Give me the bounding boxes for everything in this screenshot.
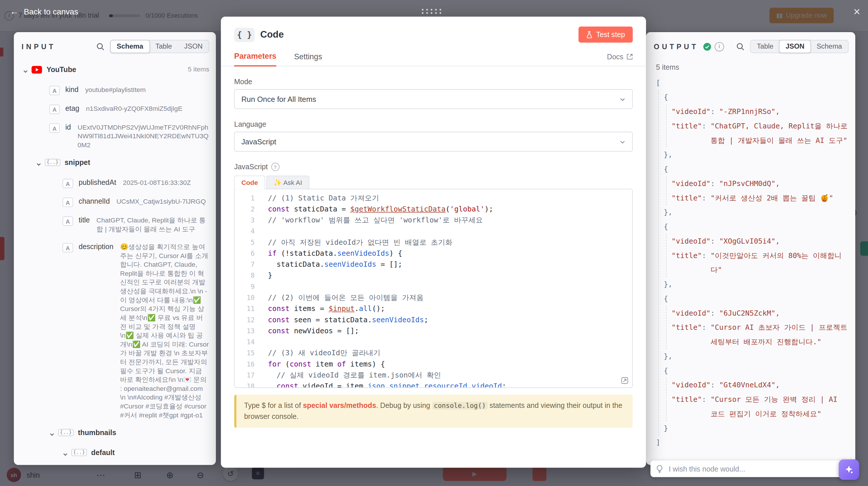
json-line[interactable]: "videoId": "6JuC2N5ZckM",	[672, 306, 848, 321]
schema-node-snippet[interactable]: {..}snippet	[14, 154, 216, 174]
code-node-icon: { }	[234, 28, 255, 42]
field-key: kind	[65, 85, 79, 94]
node-label: thumbnails	[78, 428, 116, 437]
test-step-button[interactable]: Test step	[578, 27, 633, 42]
wish-bar	[650, 460, 846, 477]
mode-select[interactable]: Run Once for All Items	[234, 89, 633, 109]
code-line[interactable]: staticData.seenVideoIds = [];	[268, 259, 632, 270]
sparkle-icon	[844, 465, 854, 475]
schema-field-id[interactable]: AidUExtV0JTMDhPS2VjWUJmeTF2V0RhNFphNW9lT…	[14, 118, 216, 154]
wish-input[interactable]	[668, 464, 841, 474]
code-content[interactable]: // (1) Static Data 가져오기const staticData …	[261, 189, 632, 387]
object-icon: {..}	[58, 429, 73, 436]
schema-field-url[interactable]: Aurlhttps://i.ytimg.com/vi/-ZRP1nnjRSo/d…	[14, 464, 216, 465]
type-badge: A	[62, 198, 73, 207]
node-title: Code	[260, 29, 283, 40]
code-line[interactable]	[268, 226, 632, 237]
code-line[interactable]: }	[268, 270, 632, 281]
field-value: n1SxdivaR0-yZQ0FX8miZ5djIgE	[86, 104, 209, 113]
output-tab-table[interactable]: Table	[751, 40, 779, 53]
chevron-down-icon[interactable]	[36, 159, 41, 169]
ai-assistant-button[interactable]	[839, 459, 859, 480]
field-key: etag	[65, 104, 79, 113]
output-search-icon[interactable]	[736, 42, 745, 51]
output-panel: OUTPUT i Table JSON Schema 5 items [{"vi…	[646, 32, 855, 465]
schema-field-channelId[interactable]: AchannelIdUCsMX_Catjw1siybU-7lJRGQ	[14, 193, 216, 212]
json-line[interactable]: "title": "Cursor 모든 기능 완벽 정리 | AI 코드 편집기…	[672, 393, 848, 421]
output-tab-json[interactable]: JSON	[779, 40, 811, 53]
schema-field-kind[interactable]: Akindyoutube#playlistItem	[14, 81, 216, 99]
chevron-down-icon[interactable]	[23, 67, 28, 76]
code-line[interactable]: // (2) 이번에 들어온 모든 아이템을 가져옴	[268, 292, 632, 303]
schema-field-etag[interactable]: Aetagn1SxdivaR0-yZQ0FX8miZ5djIgE	[14, 99, 216, 118]
json-line[interactable]: "title": "ChatGPT, Claude, Replit을 하나로 통…	[672, 119, 848, 148]
code-line[interactable]: // 'workflow' 범위를 쓰고 싶다면 'workflow'로 바꾸세…	[268, 215, 632, 226]
field-value: 2025-01-08T16:33:30Z	[123, 178, 210, 187]
node-label: snippet	[64, 158, 90, 167]
json-line[interactable]: "title": "커서로 생산성 2배 뽑는 꿀팁 🍯"	[672, 191, 848, 205]
output-tab-schema[interactable]: Schema	[810, 40, 848, 53]
input-tab-json[interactable]: JSON	[178, 40, 209, 53]
code-editor[interactable]: 123456789101112131415161718 // (1) Stati…	[234, 189, 633, 388]
code-line[interactable]	[268, 336, 632, 348]
docs-link[interactable]: Docs	[607, 53, 633, 66]
code-line[interactable]: // (1) Static Data 가져오기	[268, 193, 632, 204]
special-vars-link[interactable]: special vars/methods	[303, 401, 376, 410]
drag-handle[interactable]	[422, 9, 443, 14]
schema-node-default[interactable]: {..}default	[14, 444, 216, 464]
code-line[interactable]: const staticData = $getWorkflowStaticDat…	[268, 204, 632, 215]
code-line[interactable]: const seen = staticData.seenVideoIds;	[268, 315, 632, 325]
schema-node-youtube[interactable]: YouTube5 items	[14, 61, 216, 81]
tab-parameters[interactable]: Parameters	[234, 52, 276, 67]
schema-field-publishedAt[interactable]: ApublishedAt2025-01-08T16:33:30Z	[14, 174, 216, 193]
code-line[interactable]	[268, 281, 632, 292]
type-badge: A	[49, 105, 60, 114]
close-icon[interactable]: ×	[854, 5, 860, 17]
chevron-down-icon[interactable]	[49, 430, 55, 440]
code-line[interactable]: if (!staticData.seenVideoIds) {	[268, 248, 632, 259]
output-view-tabs: Table JSON Schema	[750, 40, 848, 53]
language-select[interactable]: JavaScript	[234, 132, 633, 152]
json-line[interactable]: "videoId": "Gt40VneLdX4",	[672, 378, 848, 393]
input-tab-table[interactable]: Table	[149, 40, 178, 53]
item-count: 5 items	[188, 65, 209, 73]
expand-editor-icon[interactable]	[621, 377, 628, 384]
back-to-canvas-button[interactable]: ← Back to canvas	[10, 7, 78, 17]
help-icon[interactable]: ?	[271, 163, 279, 171]
language-label: Language	[234, 120, 633, 128]
code-line[interactable]: for (const item of items) {	[268, 359, 632, 370]
flask-icon	[586, 31, 592, 38]
field-key: id	[65, 123, 71, 132]
field-value: youtube#playlistItem	[85, 85, 209, 94]
schema-field-description[interactable]: Adescription😊생상성을 획기적으로 높여 주는 신무기, Curso…	[14, 238, 216, 424]
object-icon: {..}	[71, 449, 87, 456]
node-label: YouTube	[46, 65, 76, 74]
json-line[interactable]: "videoId": "-ZRP1nnjRSo",	[672, 105, 848, 119]
json-line[interactable]: "title": "Cursor AI 초보자 가이드 | 프로젝트 세팅부터 …	[672, 321, 848, 349]
search-icon[interactable]	[96, 42, 105, 51]
json-line[interactable]: "videoId": "nJPsvCHM0dQ",	[672, 176, 848, 191]
tab-settings[interactable]: Settings	[294, 52, 322, 66]
schema-node-thumbnails[interactable]: {..}thumbnails	[14, 424, 216, 444]
code-line[interactable]: // 실제 videoId 경로를 item.json에서 확인	[268, 370, 632, 381]
code-node-modal: { } Code Test step Parameters Settings D…	[221, 17, 646, 467]
editor-tab-code[interactable]: Code	[234, 175, 265, 190]
mode-label: Mode	[234, 77, 633, 86]
code-line[interactable]: const videoId = item.json.snippet.resour…	[268, 381, 632, 387]
code-line[interactable]: // (3) 새 videoId만 골라내기	[268, 348, 632, 359]
node-label: default	[91, 448, 115, 457]
json-line[interactable]: "title": "이것만알아도 커서의 80%는 이해합니다"	[672, 249, 848, 277]
output-info-icon[interactable]: i	[715, 42, 724, 51]
schema-field-title[interactable]: AtitleChatGPT, Claude, Replit을 하나로 통합 | …	[14, 212, 216, 238]
input-panel: INPUT Schema Table JSON YouTube5 itemsAk…	[14, 32, 216, 465]
editor-tab-ask-ai[interactable]: ✨ Ask AI	[266, 175, 309, 190]
chevron-down-icon[interactable]	[62, 450, 68, 459]
chevron-down-icon	[619, 96, 625, 102]
type-badge: A	[62, 179, 73, 188]
code-line[interactable]: const newVideos = [];	[268, 325, 632, 336]
code-line[interactable]: const items = $input.all();	[268, 303, 632, 314]
json-line[interactable]: "videoId": "XOgGLvI05i4",	[672, 234, 848, 249]
editor-tabs: Code ✨ Ask AI	[234, 175, 633, 190]
code-line[interactable]: // 아직 저장된 videoId가 없다면 빈 배열로 초기화	[268, 237, 632, 248]
input-tab-schema[interactable]: Schema	[110, 40, 150, 53]
